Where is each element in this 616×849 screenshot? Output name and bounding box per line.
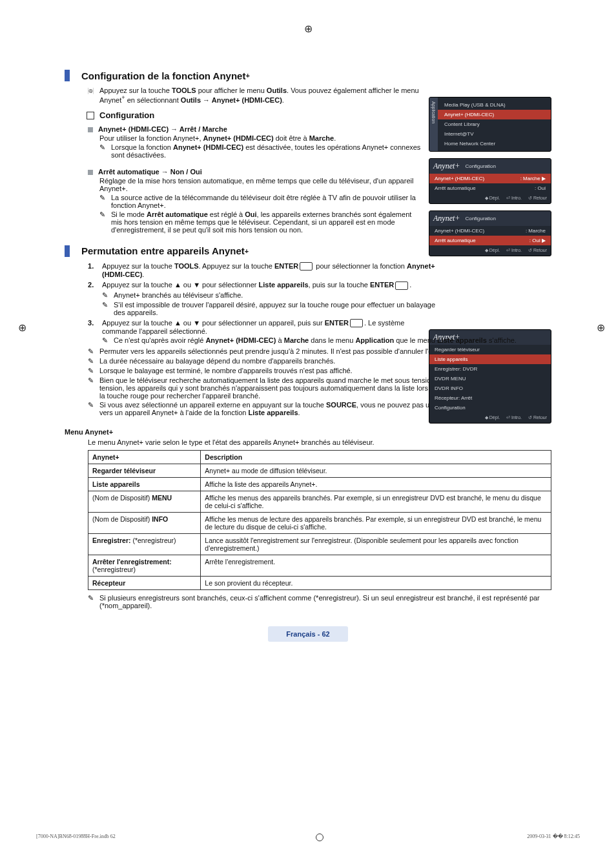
list-item-selected: Liste appareils xyxy=(429,354,551,364)
td: Arrêter l'enregistrement: (*enregistreur… xyxy=(88,555,201,577)
menu-item: Media Play (USB & DLNA) xyxy=(438,100,551,110)
td: (Nom de Dispositif) MENU xyxy=(88,491,201,513)
note-text: La source active de la télécommande du t… xyxy=(111,194,424,209)
subhead-configuration: Configuration xyxy=(87,110,424,120)
page-number-pill: Français - 62 xyxy=(268,626,347,642)
note-icon: ✎ xyxy=(88,594,99,602)
shot-footer: ◆ Dépl.⏎ Intro.↺ Retour xyxy=(429,245,551,256)
screenshot-application-menu: Application Media Play (USB & DLNA) Anyn… xyxy=(429,97,551,152)
note-icon: ✎ xyxy=(88,357,99,365)
registration-mark-icon: ⊕ xyxy=(18,322,26,334)
note-icon: ✎ xyxy=(99,210,111,219)
list-item: Enregistrer: DVDR xyxy=(429,364,551,374)
menu-item: Internet@TV xyxy=(438,129,551,139)
note-text: Anynet+ branchés au téléviseur s'affiche… xyxy=(114,291,438,299)
config-row: Arrêt automatique: Oui xyxy=(429,183,551,193)
anynet-logo: Anynet+ xyxy=(433,161,460,171)
step-2: Appuyez sur la touche ▲ ou ▼ pour sélect… xyxy=(88,281,438,316)
menu-item: Content Library xyxy=(438,119,551,129)
list-item: Configuration xyxy=(429,403,551,413)
td: Récepteur xyxy=(88,577,201,590)
note-text: Lorsque la fonction Anynet+ (HDMI-CEC) e… xyxy=(111,143,424,159)
shot-footer: ◆ Dépl.⏎ Intro.↺ Retour xyxy=(429,413,551,423)
note-text: Si plusieurs enregistreurs sont branchés… xyxy=(99,594,551,609)
td: (Nom de Dispositif) INFO xyxy=(88,513,201,534)
registration-mark-icon: ⊕ xyxy=(304,23,313,35)
menu-desc: Le menu Anynet+ varie selon le type et l… xyxy=(88,438,551,446)
note-icon: ✎ xyxy=(88,401,99,409)
enter-icon xyxy=(350,319,363,327)
body-text: Pour utiliser la fonction Anynet+, Anyne… xyxy=(99,134,424,142)
intro-text: Appuyez sur la touche TOOLS pour affiche… xyxy=(99,87,424,104)
shot-title: Configuration xyxy=(465,163,496,169)
td: Regarder téléviseur xyxy=(88,464,201,478)
shot-title: Configuration xyxy=(465,216,496,221)
body-text: Réglage de la mise hors tension automati… xyxy=(99,177,424,192)
th-anynet: Anynet+ xyxy=(88,451,201,464)
screenshot-config-1: Anynet+Configuration Anynet+ (HDMI-CEC):… xyxy=(429,158,551,204)
td: Lance aussitôt l'enregistrement sur l'en… xyxy=(201,534,551,555)
td: Affiche les menus de lecture des apparei… xyxy=(201,513,551,534)
arrow-icon: ▶ xyxy=(542,176,546,181)
th-desc: Description xyxy=(201,451,551,464)
enter-icon xyxy=(300,262,313,271)
note-text: S'il est impossible de trouver l'apparei… xyxy=(114,301,438,316)
step-3: Appuyez sur la touche ▲ ou ▼ pour sélect… xyxy=(88,319,551,345)
td: Liste appareils xyxy=(88,478,201,491)
config-row-selected: Arrêt automatique: Oui ▶ xyxy=(429,236,551,245)
anynet-logo: Anynet+ xyxy=(433,214,460,223)
note-icon: ✎ xyxy=(102,336,114,345)
side-screenshots: Application Media Play (USB & DLNA) Anyn… xyxy=(429,97,551,263)
td: Affiche la liste des appareils Anynet+. xyxy=(201,478,551,491)
menu-item-selected: Anynet+ (HDMI-CEC) xyxy=(438,110,551,119)
note-text: Si le mode Arrêt automatique est réglé à… xyxy=(111,210,424,234)
screenshot-config-2: Anynet+Configuration Anynet+ (HDMI-CEC):… xyxy=(429,210,551,256)
item-anynet-cec: Anynet+ (HDMI-CEC) → Arrêt / Marche xyxy=(88,125,424,133)
shot-footer: ◆ Dépl.⏎ Intro.↺ Retour xyxy=(429,193,551,203)
arrow-icon: ▶ xyxy=(542,238,546,243)
note-icon: ✎ xyxy=(88,367,99,375)
td: Arrête l'enregistrement. xyxy=(201,555,551,577)
note-icon: ✎ xyxy=(102,291,114,300)
td: Anynet+ au mode de diffusion téléviseur. xyxy=(201,464,551,478)
note-icon: ✎ xyxy=(88,347,99,356)
list-item: Regarder téléviseur xyxy=(429,345,551,354)
enter-icon xyxy=(395,281,408,290)
note-icon: ✎ xyxy=(88,376,99,385)
list-item: Récepteur: Arrêt xyxy=(429,393,551,403)
td: Enregistrer: (*enregistreur) xyxy=(88,534,201,555)
app-tab: Application xyxy=(429,97,438,151)
registration-mark-icon: ⊕ xyxy=(597,322,605,334)
heading-config: Configuration de la fonction Anynet+ xyxy=(65,70,551,81)
note-icon: ✎ xyxy=(99,143,111,152)
td: Affiche les menus des appareils branchés… xyxy=(201,491,551,513)
list-item: DVDR INFO xyxy=(429,384,551,393)
item-auto-off: Arrêt automatique → Non / Oui xyxy=(88,168,424,176)
config-row-selected: Anynet+ (HDMI-CEC): Marche ▶ xyxy=(429,174,551,183)
tool-icon: 🀙 xyxy=(88,87,99,95)
td: Le son provient du récepteur. xyxy=(201,577,551,590)
note-icon: ✎ xyxy=(99,194,111,202)
step-1: Appuyez sur la touche TOOLS. Appuyez sur… xyxy=(88,262,438,279)
note-icon: ✎ xyxy=(102,301,114,309)
menu-item: Home Network Center xyxy=(438,139,551,148)
config-row: Anynet+ (HDMI-CEC): Marche xyxy=(429,226,551,236)
page-footer: Français - 62 xyxy=(65,626,551,642)
note-text: Ce n'est qu'après avoir réglé Anynet+ (H… xyxy=(114,336,551,344)
anynet-table: Anynet+Description Regarder téléviseurAn… xyxy=(88,450,551,590)
list-item: DVDR MENU xyxy=(429,374,551,384)
